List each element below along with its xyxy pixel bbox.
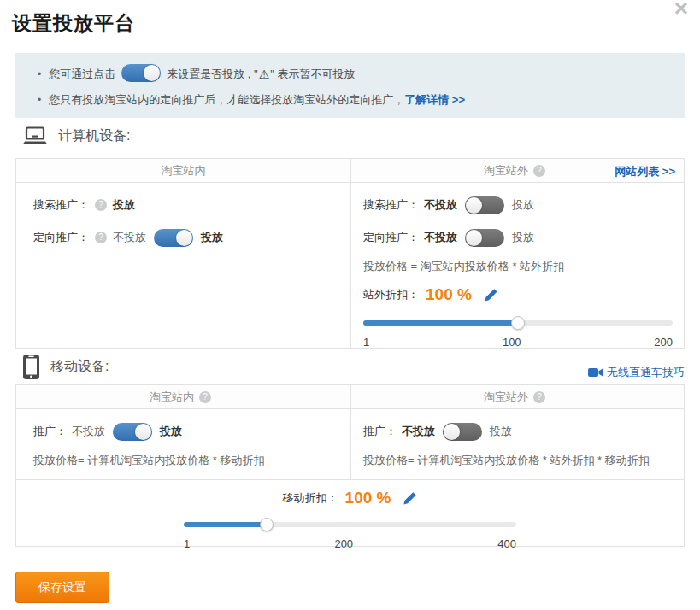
offsite-slider-labels: 1 100 200 xyxy=(363,336,673,349)
slider-knob[interactable] xyxy=(511,316,525,330)
help-icon[interactable]: ? xyxy=(95,232,107,243)
on-label: 投放 xyxy=(512,197,534,213)
bullet-icon: • xyxy=(38,68,41,80)
on-label: 投放 xyxy=(490,424,512,439)
edit-pencil-icon[interactable] xyxy=(484,288,498,302)
toggle-switch[interactable] xyxy=(443,423,482,441)
help-icon[interactable]: ? xyxy=(533,391,545,403)
computer-onsite-header-label: 淘宝站内 xyxy=(162,163,206,179)
mobile-offsite-promo-row: 推广： 不投放 投放 xyxy=(363,419,672,443)
mobile-discount-value: 100 % xyxy=(345,489,391,507)
offsite-discount-label: 站外折扣： xyxy=(363,287,419,302)
toggle-switch[interactable] xyxy=(113,423,152,441)
offsite-search-promo-row: 搜索推广： 不投放 投放 xyxy=(363,193,673,217)
mobile-discount-line: 移动折扣： 100 % xyxy=(16,480,684,509)
mobile-onsite-cell: 推广： 不投放 投放 投放价格= 计算机淘宝站内投放价格 * 移动折扣 xyxy=(16,409,350,479)
mobile-section-title: 移动设备: xyxy=(50,358,109,376)
notice1-post: " 表示暂不可投放 xyxy=(270,67,355,82)
notice1-mid: 来设置是否投放 , " xyxy=(167,67,257,82)
mobile-onsite-header-label: 淘宝站内 xyxy=(150,390,194,405)
computer-onsite-cell: 搜索推广： ? 投放 定向推广： ? 不投放 投放 xyxy=(16,183,350,348)
on-label: 投放 xyxy=(160,424,182,439)
computer-table: 淘宝站内 淘宝站外 ? 网站列表 >> 搜索推广： ? 投放 定向推广： ? 不… xyxy=(15,158,685,349)
mobile-offsite-price-formula: 投放价格= 计算机淘宝站内投放价格 * 站外折扣 * 移动折扣 xyxy=(363,452,672,469)
off-label: 不投放 xyxy=(424,230,457,245)
site-list-link[interactable]: 网站列表 >> xyxy=(615,164,675,179)
notice2-text: 您只有投放淘宝站内的定向推广后，才能选择投放淘宝站外的定向推广， xyxy=(49,92,404,108)
learn-more-link[interactable]: 了解详情 >> xyxy=(404,92,465,108)
computer-onsite-header: 淘宝站内 xyxy=(16,159,350,182)
off-label: 不投放 xyxy=(424,197,457,213)
offsite-discount-slider xyxy=(363,316,673,330)
page-title: 设置投放平台 xyxy=(12,10,135,37)
slider-max-label: 400 xyxy=(497,537,516,550)
row-label: 推广： xyxy=(363,424,397,439)
wireless-tips-label: 无线直通车技巧 xyxy=(607,365,685,380)
mobile-offsite-header: 淘宝站外 ? xyxy=(350,385,684,408)
mobile-discount-row: 移动折扣： 100 % 1 200 400 xyxy=(16,479,684,546)
mobile-table-header: 淘宝站内 ? 淘宝站外 ? xyxy=(16,385,684,409)
example-toggle-icon xyxy=(121,64,161,82)
off-label: 不投放 xyxy=(72,424,105,439)
mobile-slider-labels: 1 200 400 xyxy=(184,537,516,550)
mobile-offsite-header-label: 淘宝站外 xyxy=(484,390,528,405)
computer-table-header: 淘宝站内 淘宝站外 ? 网站列表 >> xyxy=(16,159,684,183)
mobile-onsite-price-formula: 投放价格= 计算机淘宝站内投放价格 * 移动折扣 xyxy=(33,452,338,469)
row-label: 搜索推广： xyxy=(363,197,419,213)
row-label: 定向推广： xyxy=(363,230,419,245)
bullet-icon: • xyxy=(38,94,41,106)
slider-fill xyxy=(363,320,518,326)
video-camera-icon xyxy=(588,367,603,378)
on-label: 投放 xyxy=(113,197,135,213)
phone-icon xyxy=(22,354,40,380)
dialog-bottom-border xyxy=(0,607,681,607)
computer-section-title: 计算机设备: xyxy=(58,127,130,145)
onsite-search-promo-row: 搜索推广： ? 投放 xyxy=(33,193,338,217)
offsite-price-formula: 投放价格 = 淘宝站内投放价格 * 站外折扣 xyxy=(363,258,673,275)
computer-section-header: 计算机设备: xyxy=(22,126,130,146)
notice-line-2: • 您只有投放淘宝站内的定向推广后，才能选择投放淘宝站外的定向推广， 了解详情 … xyxy=(38,92,685,108)
slider-max-label: 200 xyxy=(654,336,673,349)
offsite-discount-line: 站外折扣： 100 % xyxy=(363,284,673,306)
row-label: 搜索推广： xyxy=(33,197,89,213)
close-icon[interactable]: × xyxy=(674,0,688,22)
computer-offsite-header-label: 淘宝站外 xyxy=(484,163,528,179)
edit-pencil-icon[interactable] xyxy=(403,491,417,506)
off-label: 不投放 xyxy=(402,424,435,439)
mobile-discount-slider xyxy=(184,518,516,531)
laptop-icon xyxy=(22,126,48,146)
mobile-offsite-cell: 推广： 不投放 投放 投放价格= 计算机淘宝站内投放价格 * 站外折扣 * 移动… xyxy=(350,409,684,479)
slider-knob[interactable] xyxy=(260,518,274,531)
notice-line-1: • 您可通过点击 来设置是否投放 , " ⚠ " 表示暂不可投放 xyxy=(38,64,685,85)
computer-offsite-cell: 搜索推广： 不投放 投放 定向推广： 不投放 投放 投放价格 = 淘宝站内投放价… xyxy=(350,183,685,348)
toggle-switch[interactable] xyxy=(465,196,504,214)
mobile-onsite-header: 淘宝站内 ? xyxy=(16,385,350,408)
set-platform-dialog: 设置投放平台 × • 您可通过点击 来设置是否投放 , " ⚠ " 表示暂不可投… xyxy=(0,0,700,610)
example-toggle-wrap xyxy=(115,64,167,85)
slider-mid-label: 200 xyxy=(334,537,353,550)
wireless-tips-link[interactable]: 无线直通车技巧 xyxy=(588,365,685,380)
off-label: 不投放 xyxy=(113,230,146,245)
slider-min-label: 1 xyxy=(363,336,369,349)
mobile-discount-label: 移动折扣： xyxy=(283,490,338,506)
help-icon[interactable]: ? xyxy=(533,165,545,177)
mobile-section-header: 移动设备: xyxy=(22,354,109,380)
on-label: 投放 xyxy=(201,230,223,245)
on-label: 投放 xyxy=(512,230,534,245)
toggle-switch[interactable] xyxy=(465,229,504,247)
save-settings-button[interactable]: 保存设置 xyxy=(15,572,109,603)
offsite-discount-value: 100 % xyxy=(426,285,472,304)
computer-offsite-header: 淘宝站外 ? 网站列表 >> xyxy=(350,159,684,182)
mobile-onsite-promo-row: 推广： 不投放 投放 xyxy=(33,419,338,443)
row-label: 推广： xyxy=(33,424,67,439)
offsite-target-promo-row: 定向推广： 不投放 投放 xyxy=(363,226,673,249)
slider-mid-label: 100 xyxy=(503,336,521,349)
notice-box: • 您可通过点击 来设置是否投放 , " ⚠ " 表示暂不可投放 • 您只有投放… xyxy=(15,53,685,118)
onsite-target-promo-row: 定向推广： ? 不投放 投放 xyxy=(33,226,338,249)
slider-min-label: 1 xyxy=(184,537,190,550)
row-label: 定向推广： xyxy=(33,230,89,245)
help-icon[interactable]: ? xyxy=(199,391,211,403)
mobile-table: 淘宝站内 ? 淘宝站外 ? 推广： 不投放 投放 投放价格= 计算机淘宝站内投放… xyxy=(15,384,685,547)
help-icon[interactable]: ? xyxy=(95,199,107,211)
toggle-switch[interactable] xyxy=(154,229,193,247)
